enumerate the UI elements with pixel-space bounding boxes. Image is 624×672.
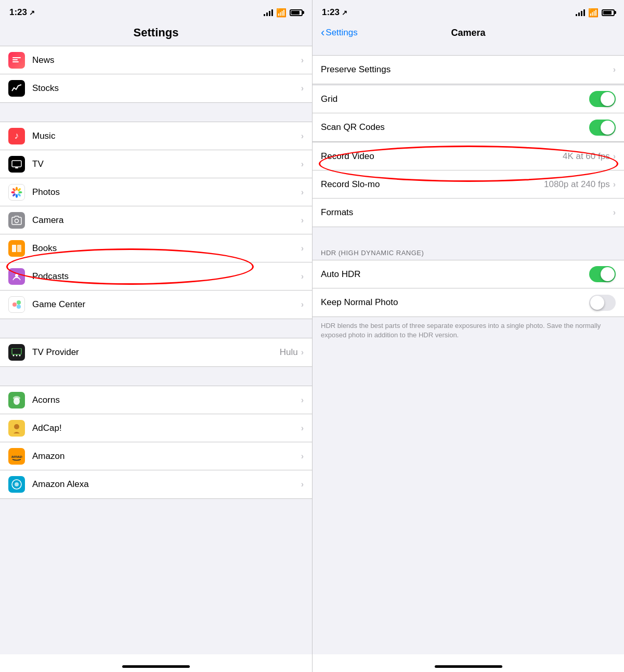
alexa-icon [8,476,25,493]
scanqr-toggle[interactable] [589,120,616,136]
preserve-chevron: › [613,65,616,74]
settings-row-news[interactable]: News › [0,46,312,74]
svg-rect-3 [12,161,21,167]
left-status-icons: 📶 [264,8,303,18]
svg-rect-0 [12,57,21,58]
camera-page-title: Camera [451,28,485,38]
settings-row-keepnormal[interactable]: Keep Normal Photo [313,288,624,317]
back-button[interactable]: ‹ Settings [321,26,358,39]
alexa-label: Amazon Alexa [32,479,301,490]
left-home-bar [0,654,312,672]
settings-row-books[interactable]: Books › [0,234,312,262]
settings-row-stocks[interactable]: Stocks › [0,74,312,102]
podcasts-chevron: › [301,272,304,281]
settings-row-music[interactable]: ♪ Music › [0,122,312,150]
podcasts-icon [8,268,25,285]
books-chevron: › [301,244,304,253]
amazon-chevron: › [301,452,304,461]
autohdr-toggle-knob [601,267,615,281]
svg-point-16 [15,274,18,277]
gamecenter-icon [8,296,25,313]
grid-toggle-knob [601,92,615,106]
settings-row-gamecenter[interactable]: Game Center › [0,291,312,319]
tvprovider-label: TV Provider [32,347,280,358]
camera-row-chevron: › [301,216,304,225]
right-wifi-icon: 📶 [588,8,599,18]
recordvideo-chevron: › [613,152,616,161]
recordvideo-label: Record Video [321,151,563,162]
svg-point-5 [16,187,18,190]
svg-point-25 [13,396,20,400]
news-icon [8,52,25,69]
settings-row-recordvideo[interactable]: Record Video 4K at 60 fps › [313,142,624,170]
music-icon: ♪ [8,128,25,144]
svg-rect-14 [12,245,16,252]
svg-rect-4 [15,167,18,168]
keepnormal-toggle-knob [590,296,604,310]
formats-label: Formats [321,207,613,218]
tv-icon [8,156,25,173]
camera-top-spacer [313,46,624,55]
settings-row-camera[interactable]: Camera › [0,206,312,234]
hdr-description: HDR blends the best parts of three separ… [313,317,624,348]
spacer-1 [0,103,312,122]
camera-group-grid-qr: Grid Scan QR Codes [313,85,624,142]
settings-row-formats[interactable]: Formats › [313,199,624,227]
settings-row-podcasts[interactable]: Podcasts › [0,262,312,291]
svg-point-17 [12,302,17,307]
keepnormal-toggle[interactable] [589,295,616,311]
wifi-icon: 📶 [276,8,287,18]
svg-point-9 [16,194,18,197]
svg-point-11 [11,191,15,193]
settings-row-preserve[interactable]: Preserve Settings › [313,56,624,84]
left-nav-header: Settings [0,22,312,46]
scanqr-label: Scan QR Codes [321,122,589,133]
settings-row-autohdr[interactable]: Auto HDR [313,260,624,288]
adcap-chevron: › [301,424,304,433]
settings-row-recordslomo[interactable]: Record Slo-mo 1080p at 240 fps › [313,170,624,199]
stocks-icon [8,80,25,97]
autohdr-toggle[interactable] [589,266,616,282]
settings-row-alexa[interactable]: Amazon Alexa › [0,470,312,498]
tv-label: TV [32,159,301,169]
camera-icon [8,212,25,229]
left-settings-list: News › Stocks › ♪ Music › [0,46,312,654]
settings-row-tv[interactable]: TV › [0,150,312,178]
settings-row-scanqr[interactable]: Scan QR Codes [313,113,624,141]
settings-row-grid[interactable]: Grid [313,85,624,113]
svg-point-23 [19,355,21,357]
stocks-chevron: › [301,84,304,93]
signal-icon [264,9,273,16]
tv-chevron: › [301,160,304,169]
spacer-3 [0,367,312,386]
svg-rect-2 [12,61,19,62]
gamecenter-label: Game Center [32,299,301,310]
settings-row-acorns[interactable]: Acorns › [0,386,312,414]
camera-group-record: Record Video 4K at 60 fps › Record Slo-m… [313,142,624,227]
svg-point-7 [19,191,22,193]
photos-icon [8,184,25,201]
autohdr-label: Auto HDR [321,269,589,280]
podcasts-label: Podcasts [32,271,301,282]
right-time: 1:23 ↗ [322,7,347,18]
amazon-label: Amazon [32,451,301,462]
settings-row-tvprovider[interactable]: TV Provider Hulu › [0,338,312,366]
settings-row-amazon[interactable]: amazon Amazon › [0,442,312,470]
right-panel: 1:23 ↗ 📶 ‹ Settings Camera [312,0,624,672]
news-chevron: › [301,56,304,65]
stocks-label: Stocks [32,83,301,94]
right-signal-icon [576,9,585,16]
group-media: ♪ Music › TV › [0,122,312,319]
svg-point-10 [12,193,16,197]
grid-toggle[interactable] [589,91,616,107]
preserve-label: Preserve Settings [321,64,613,75]
photos-chevron: › [301,188,304,197]
settings-row-adcap[interactable]: AdCap! › [0,414,312,442]
left-page-title: Settings [134,26,179,39]
recordslomo-label: Record Slo-mo [321,179,544,190]
left-time: 1:23 ↗ [9,7,35,18]
settings-row-photos[interactable]: Photos › [0,178,312,206]
right-home-bar-line [435,665,502,668]
svg-text:amazon: amazon [11,454,22,459]
recordslomo-chevron: › [613,180,616,189]
